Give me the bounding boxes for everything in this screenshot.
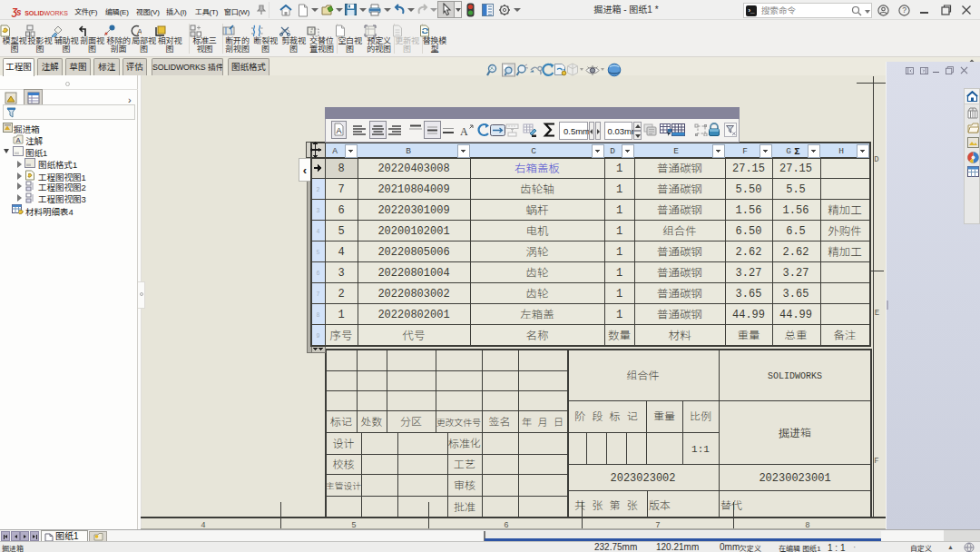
svg-text:SOLIDWORKS: SOLIDWORKS xyxy=(768,371,822,381)
svg-text:名称: 名称 xyxy=(525,326,548,343)
svg-text:年 月 日: 年 月 日 xyxy=(522,414,564,429)
svg-text:1: 1 xyxy=(616,288,622,301)
svg-text:E: E xyxy=(875,309,879,318)
svg-text:27.15: 27.15 xyxy=(779,163,812,175)
svg-text:比例: 比例 xyxy=(690,408,711,423)
svg-text:普通碳钢: 普通碳钢 xyxy=(657,263,702,281)
svg-text:掘进箱: 掘进箱 xyxy=(779,424,811,439)
svg-text:校核: 校核 xyxy=(332,456,354,471)
svg-text:普通碳钢: 普通碳钢 xyxy=(657,284,702,301)
svg-text:4: 4 xyxy=(201,521,205,530)
svg-text:右箱盖板: 右箱盖板 xyxy=(514,159,560,176)
svg-text:7: 7 xyxy=(317,291,320,298)
svg-text:20220801004: 20220801004 xyxy=(377,267,449,280)
svg-text:A: A xyxy=(460,125,468,137)
svg-text:3.65: 3.65 xyxy=(783,288,809,301)
svg-text:备注: 备注 xyxy=(833,326,856,343)
svg-text:重量: 重量 xyxy=(737,326,760,343)
svg-text:蜗杆: 蜗杆 xyxy=(525,201,549,218)
svg-text:H: H xyxy=(838,146,844,156)
svg-text:20220805006: 20220805006 xyxy=(377,246,449,259)
svg-text:A: A xyxy=(332,146,338,156)
svg-text:44.99: 44.99 xyxy=(732,309,765,321)
svg-text:左箱盖: 左箱盖 xyxy=(520,305,554,322)
svg-text:更改文件号: 更改文件号 xyxy=(436,416,481,429)
svg-text:Σ: Σ xyxy=(794,146,799,157)
svg-text:重量: 重量 xyxy=(653,408,675,423)
svg-text:7: 7 xyxy=(655,521,660,530)
svg-text:6: 6 xyxy=(338,204,344,217)
svg-text:5.50: 5.50 xyxy=(736,183,762,196)
svg-text:普通碳钢: 普通碳钢 xyxy=(657,305,702,322)
svg-text:工艺: 工艺 xyxy=(454,456,475,471)
svg-text:精加工: 精加工 xyxy=(828,201,862,218)
svg-text:7: 7 xyxy=(338,183,344,196)
svg-text:1: 1 xyxy=(616,246,622,259)
svg-text:替代: 替代 xyxy=(720,497,742,512)
svg-text:8: 8 xyxy=(317,312,320,319)
svg-text:3: 3 xyxy=(338,267,344,280)
svg-text:B: B xyxy=(406,146,411,156)
svg-text:6.50: 6.50 xyxy=(736,225,762,238)
svg-text:普通碳钢: 普通碳钢 xyxy=(657,242,702,260)
svg-text:1: 1 xyxy=(616,183,622,196)
svg-text:外购件: 外购件 xyxy=(828,222,862,239)
svg-text:F: F xyxy=(742,146,748,156)
svg-text:1: 1 xyxy=(616,309,622,321)
svg-text:6: 6 xyxy=(504,521,508,530)
svg-text:主管设计: 主管设计 xyxy=(326,479,361,492)
svg-text:共 张 第 张: 共 张 第 张 xyxy=(574,497,638,512)
svg-text:G: G xyxy=(786,146,791,156)
svg-text:代号: 代号 xyxy=(402,326,425,343)
svg-text:3: 3 xyxy=(317,208,320,214)
svg-text:D: D xyxy=(610,146,615,156)
svg-text:1: 1 xyxy=(616,204,622,217)
svg-text:1:1: 1:1 xyxy=(691,444,710,455)
svg-text:20220803002: 20220803002 xyxy=(377,288,449,301)
svg-text:涡轮: 涡轮 xyxy=(525,242,549,260)
svg-text:4: 4 xyxy=(338,246,344,259)
svg-text:序号: 序号 xyxy=(329,326,352,343)
svg-text:5: 5 xyxy=(338,225,344,238)
svg-text:1.56: 1.56 xyxy=(783,204,809,217)
svg-text:分区: 分区 xyxy=(400,413,422,429)
svg-text:组合件: 组合件 xyxy=(662,222,697,239)
svg-text:20220403008: 20220403008 xyxy=(377,163,449,175)
svg-text:3.27: 3.27 xyxy=(736,267,762,280)
svg-text:5: 5 xyxy=(317,250,320,256)
svg-text:C: C xyxy=(531,146,536,156)
svg-text:F: F xyxy=(874,457,878,466)
svg-text:6.5: 6.5 xyxy=(786,225,806,238)
svg-text:标准化: 标准化 xyxy=(448,435,481,450)
svg-text:1.56: 1.56 xyxy=(736,204,762,217)
svg-text:数量: 数量 xyxy=(608,326,631,343)
svg-text:标记: 标记 xyxy=(330,413,352,429)
svg-text:8: 8 xyxy=(338,163,344,175)
svg-text:27.15: 27.15 xyxy=(732,163,765,175)
svg-text:9: 9 xyxy=(317,333,320,340)
svg-text:44.99: 44.99 xyxy=(779,309,812,321)
svg-text:版本: 版本 xyxy=(649,497,671,512)
svg-text:20220301009: 20220301009 xyxy=(377,204,449,217)
svg-text:组合件: 组合件 xyxy=(626,367,659,382)
svg-text:E: E xyxy=(673,146,679,156)
svg-text:2023023002: 2023023002 xyxy=(610,472,675,485)
svg-text:20210804009: 20210804009 xyxy=(377,183,449,196)
svg-text:处数: 处数 xyxy=(360,413,382,429)
svg-text:D: D xyxy=(874,155,878,164)
svg-text:1: 1 xyxy=(616,163,622,175)
svg-text:普通碳钢: 普通碳钢 xyxy=(657,159,702,176)
svg-text:20200102001: 20200102001 xyxy=(377,225,449,238)
svg-text:普通碳钢: 普通碳钢 xyxy=(657,180,702,197)
svg-text:5.5: 5.5 xyxy=(786,183,806,196)
svg-text:审核: 审核 xyxy=(454,477,475,492)
svg-text:5: 5 xyxy=(351,521,356,530)
svg-text:总重: 总重 xyxy=(784,326,807,343)
svg-text:普通碳钢: 普通碳钢 xyxy=(657,201,702,218)
svg-text:6: 6 xyxy=(317,271,320,277)
svg-text:4: 4 xyxy=(317,229,320,235)
svg-text:齿轮: 齿轮 xyxy=(525,284,549,301)
svg-text:2: 2 xyxy=(317,187,320,193)
svg-text:1: 1 xyxy=(338,309,344,321)
svg-text:‹: ‹ xyxy=(303,163,307,177)
